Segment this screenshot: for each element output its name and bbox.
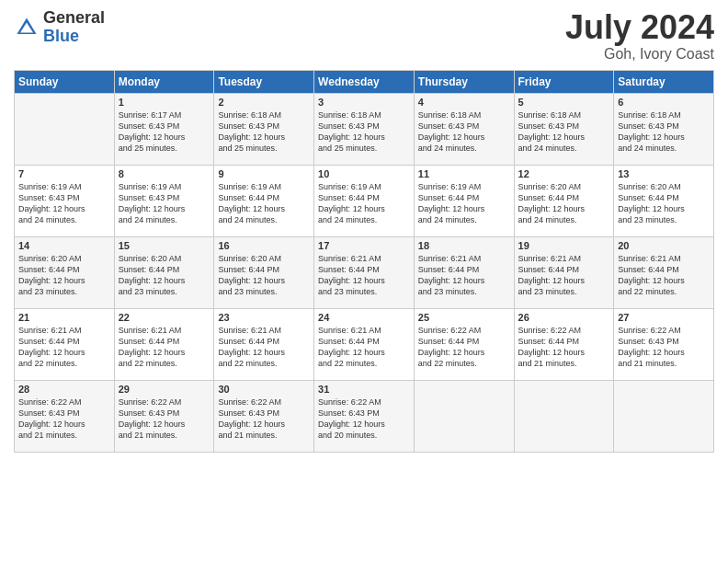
day-number: 29 [119, 384, 210, 395]
day-number: 19 [518, 240, 610, 251]
calendar-cell: 30Sunrise: 6:22 AM Sunset: 6:43 PM Dayli… [214, 380, 314, 452]
cell-sun-info: Sunrise: 6:17 AM Sunset: 6:43 PM Dayligh… [119, 109, 210, 155]
calendar-week-row: 1Sunrise: 6:17 AM Sunset: 6:43 PM Daylig… [15, 93, 714, 165]
calendar-cell: 27Sunrise: 6:22 AM Sunset: 6:43 PM Dayli… [614, 308, 714, 380]
calendar-cell: 11Sunrise: 6:19 AM Sunset: 6:44 PM Dayli… [414, 165, 514, 236]
cell-sun-info: Sunrise: 6:20 AM Sunset: 6:44 PM Dayligh… [119, 253, 210, 298]
logo-general-text: General [43, 9, 105, 28]
cell-sun-info: Sunrise: 6:22 AM Sunset: 6:44 PM Dayligh… [418, 325, 510, 370]
calendar-cell: 25Sunrise: 6:22 AM Sunset: 6:44 PM Dayli… [414, 308, 514, 380]
day-number: 3 [318, 97, 410, 108]
cell-sun-info: Sunrise: 6:21 AM Sunset: 6:44 PM Dayligh… [318, 325, 410, 370]
calendar-table: SundayMondayTuesdayWednesdayThursdayFrid… [14, 70, 714, 453]
day-number: 23 [218, 312, 310, 323]
day-number: 13 [618, 168, 710, 179]
calendar-cell: 5Sunrise: 6:18 AM Sunset: 6:43 PM Daylig… [514, 93, 614, 165]
calendar-cell: 14Sunrise: 6:20 AM Sunset: 6:44 PM Dayli… [15, 236, 115, 308]
day-number: 15 [119, 240, 210, 251]
day-number: 1 [119, 97, 210, 108]
calendar-cell: 1Sunrise: 6:17 AM Sunset: 6:43 PM Daylig… [114, 93, 214, 165]
logo-icon [14, 15, 40, 40]
cell-sun-info: Sunrise: 6:21 AM Sunset: 6:44 PM Dayligh… [418, 253, 510, 298]
cell-sun-info: Sunrise: 6:21 AM Sunset: 6:44 PM Dayligh… [318, 253, 410, 298]
calendar-cell: 3Sunrise: 6:18 AM Sunset: 6:43 PM Daylig… [314, 93, 415, 165]
day-number: 7 [18, 168, 110, 179]
day-number: 22 [119, 312, 210, 323]
calendar-cell: 28Sunrise: 6:22 AM Sunset: 6:43 PM Dayli… [15, 380, 115, 452]
cell-sun-info: Sunrise: 6:22 AM Sunset: 6:43 PM Dayligh… [618, 325, 710, 370]
month-year-title: July 2024 [565, 9, 714, 46]
calendar-week-row: 21Sunrise: 6:21 AM Sunset: 6:44 PM Dayli… [15, 308, 714, 380]
cell-sun-info: Sunrise: 6:19 AM Sunset: 6:44 PM Dayligh… [318, 181, 410, 226]
cell-sun-info: Sunrise: 6:19 AM Sunset: 6:43 PM Dayligh… [18, 181, 110, 226]
cell-sun-info: Sunrise: 6:22 AM Sunset: 6:43 PM Dayligh… [119, 396, 210, 442]
calendar-cell [614, 380, 714, 452]
calendar-week-row: 7Sunrise: 6:19 AM Sunset: 6:43 PM Daylig… [15, 165, 714, 236]
weekday-header-saturday: Saturday [614, 70, 714, 93]
cell-sun-info: Sunrise: 6:20 AM Sunset: 6:44 PM Dayligh… [518, 181, 610, 226]
calendar-cell: 6Sunrise: 6:18 AM Sunset: 6:43 PM Daylig… [614, 93, 714, 165]
weekday-header-monday: Monday [114, 70, 214, 93]
cell-sun-info: Sunrise: 6:21 AM Sunset: 6:44 PM Dayligh… [18, 325, 110, 370]
calendar-cell: 19Sunrise: 6:21 AM Sunset: 6:44 PM Dayli… [514, 236, 614, 308]
calendar-cell: 2Sunrise: 6:18 AM Sunset: 6:43 PM Daylig… [214, 93, 314, 165]
page-header: General Blue July 2024 Goh, Ivory Coast [14, 9, 714, 63]
calendar-cell [15, 93, 115, 165]
calendar-cell: 15Sunrise: 6:20 AM Sunset: 6:44 PM Dayli… [114, 236, 214, 308]
day-number: 14 [18, 240, 110, 251]
calendar-cell [514, 380, 614, 452]
cell-sun-info: Sunrise: 6:18 AM Sunset: 6:43 PM Dayligh… [618, 109, 710, 155]
day-number: 11 [418, 168, 510, 179]
calendar-cell: 13Sunrise: 6:20 AM Sunset: 6:44 PM Dayli… [614, 165, 714, 236]
day-number: 5 [518, 97, 610, 108]
calendar-cell: 31Sunrise: 6:22 AM Sunset: 6:43 PM Dayli… [314, 380, 415, 452]
calendar-cell: 9Sunrise: 6:19 AM Sunset: 6:44 PM Daylig… [214, 165, 314, 236]
weekday-header-sunday: Sunday [15, 70, 115, 93]
cell-sun-info: Sunrise: 6:21 AM Sunset: 6:44 PM Dayligh… [518, 253, 610, 298]
logo: General Blue [14, 9, 105, 46]
day-number: 20 [618, 240, 710, 251]
cell-sun-info: Sunrise: 6:22 AM Sunset: 6:43 PM Dayligh… [318, 396, 410, 442]
cell-sun-info: Sunrise: 6:20 AM Sunset: 6:44 PM Dayligh… [618, 181, 710, 226]
calendar-cell [414, 380, 514, 452]
cell-sun-info: Sunrise: 6:22 AM Sunset: 6:43 PM Dayligh… [218, 396, 310, 442]
calendar-week-row: 14Sunrise: 6:20 AM Sunset: 6:44 PM Dayli… [15, 236, 714, 308]
cell-sun-info: Sunrise: 6:21 AM Sunset: 6:44 PM Dayligh… [218, 325, 310, 370]
day-number: 30 [218, 384, 310, 395]
page-container: General Blue July 2024 Goh, Ivory Coast … [0, 0, 728, 462]
cell-sun-info: Sunrise: 6:19 AM Sunset: 6:44 PM Dayligh… [418, 181, 510, 226]
calendar-body: 1Sunrise: 6:17 AM Sunset: 6:43 PM Daylig… [15, 93, 714, 452]
cell-sun-info: Sunrise: 6:21 AM Sunset: 6:44 PM Dayligh… [119, 325, 210, 370]
calendar-week-row: 28Sunrise: 6:22 AM Sunset: 6:43 PM Dayli… [15, 380, 714, 452]
logo-blue-text: Blue [43, 28, 105, 46]
day-number: 4 [418, 97, 510, 108]
day-number: 9 [218, 168, 310, 179]
calendar-cell: 4Sunrise: 6:18 AM Sunset: 6:43 PM Daylig… [414, 93, 514, 165]
day-number: 25 [418, 312, 510, 323]
day-number: 16 [218, 240, 310, 251]
day-number: 18 [418, 240, 510, 251]
calendar-cell: 12Sunrise: 6:20 AM Sunset: 6:44 PM Dayli… [514, 165, 614, 236]
cell-sun-info: Sunrise: 6:21 AM Sunset: 6:44 PM Dayligh… [618, 253, 710, 298]
cell-sun-info: Sunrise: 6:18 AM Sunset: 6:43 PM Dayligh… [418, 109, 510, 155]
day-number: 2 [218, 97, 310, 108]
day-number: 31 [318, 384, 410, 395]
calendar-cell: 10Sunrise: 6:19 AM Sunset: 6:44 PM Dayli… [314, 165, 415, 236]
cell-sun-info: Sunrise: 6:18 AM Sunset: 6:43 PM Dayligh… [518, 109, 610, 155]
logo-text: General Blue [43, 9, 105, 46]
cell-sun-info: Sunrise: 6:18 AM Sunset: 6:43 PM Dayligh… [318, 109, 410, 155]
cell-sun-info: Sunrise: 6:20 AM Sunset: 6:44 PM Dayligh… [218, 253, 310, 298]
calendar-cell: 26Sunrise: 6:22 AM Sunset: 6:44 PM Dayli… [514, 308, 614, 380]
calendar-cell: 24Sunrise: 6:21 AM Sunset: 6:44 PM Dayli… [314, 308, 415, 380]
calendar-cell: 18Sunrise: 6:21 AM Sunset: 6:44 PM Dayli… [414, 236, 514, 308]
day-number: 24 [318, 312, 410, 323]
weekday-header-thursday: Thursday [414, 70, 514, 93]
calendar-cell: 20Sunrise: 6:21 AM Sunset: 6:44 PM Dayli… [614, 236, 714, 308]
weekday-header-wednesday: Wednesday [314, 70, 415, 93]
title-section: July 2024 Goh, Ivory Coast [565, 9, 714, 63]
day-number: 27 [618, 312, 710, 323]
calendar-cell: 8Sunrise: 6:19 AM Sunset: 6:43 PM Daylig… [114, 165, 214, 236]
calendar-cell: 23Sunrise: 6:21 AM Sunset: 6:44 PM Dayli… [214, 308, 314, 380]
day-number: 6 [618, 97, 710, 108]
day-number: 8 [119, 168, 210, 179]
